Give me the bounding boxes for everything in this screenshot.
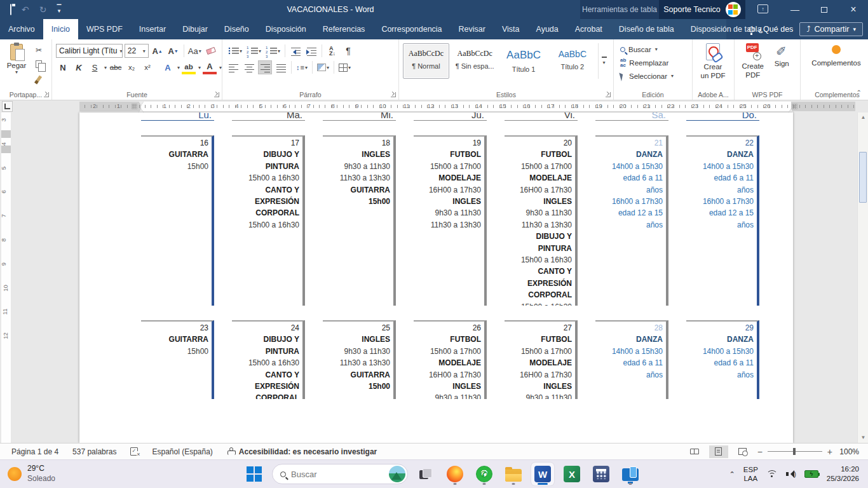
- zoom-out-button[interactable]: −: [757, 447, 763, 456]
- clear-formatting-button[interactable]: [204, 44, 218, 58]
- align-left-button[interactable]: [226, 60, 240, 74]
- language-indicator[interactable]: Español (España): [145, 447, 219, 456]
- calendar-day-cell[interactable]: 24DIBUJO Y PINTURA15h00 a 16h30CANTO YEX…: [232, 320, 305, 399]
- tell-me-button[interactable]: ¿Qué des: [749, 25, 793, 34]
- undo-icon[interactable]: ↶: [22, 5, 29, 14]
- tab-archivo[interactable]: Archivo: [0, 19, 43, 39]
- justify-button[interactable]: [274, 60, 288, 74]
- horizontal-ruler[interactable]: 2112345678910111213141516171819202122232…: [79, 102, 855, 111]
- text-highlight-button[interactable]: ab: [182, 60, 196, 74]
- vertical-ruler[interactable]: 3456789101112: [1, 112, 11, 443]
- zoom-slider[interactable]: [768, 451, 822, 452]
- font-name-combo[interactable]: Calibri Light (Títu ▾: [56, 44, 123, 58]
- calendar-day-cell[interactable]: 25INGLES9h30 a 11h3011h30 a 13h30GUITARR…: [323, 320, 396, 399]
- file-explorer-app[interactable]: [502, 463, 525, 485]
- zoom-slider-thumb[interactable]: [793, 448, 796, 455]
- whatsapp-app[interactable]: ✆: [473, 463, 496, 485]
- increase-indent-button[interactable]: [304, 44, 318, 58]
- volume-icon[interactable]: ): [786, 470, 796, 478]
- calendar-day-cell[interactable]: 18INGLES9h30 a 11h3011h30 a 13h30GUITARR…: [323, 135, 396, 306]
- accessibility-status[interactable]: Accesibilidad: es necesario investigar: [220, 447, 384, 456]
- multilevel-list-button[interactable]: ▾: [264, 44, 281, 58]
- cut-button[interactable]: ✂: [32, 44, 46, 57]
- tab-diseno[interactable]: Diseño: [216, 19, 257, 39]
- calendar-day-cell[interactable]: 17DIBUJO Y PINTURA15h00 a 16h30CANTO YEX…: [232, 135, 305, 306]
- copy-button[interactable]: [32, 58, 46, 71]
- styles-dialog-launcher-icon[interactable]: [606, 92, 611, 97]
- font-color-button[interactable]: A: [203, 60, 217, 74]
- scroll-up-icon[interactable]: ▲: [858, 112, 868, 123]
- format-painter-button[interactable]: [32, 72, 46, 85]
- close-button[interactable]: ×: [839, 0, 868, 19]
- minimize-button[interactable]: —: [780, 0, 810, 19]
- bullet-list-button[interactable]: ▾: [226, 44, 243, 58]
- align-center-button[interactable]: [242, 60, 256, 74]
- style-titulo-1[interactable]: AaBbC Título 1: [501, 43, 547, 79]
- borders-button[interactable]: ▾: [337, 60, 352, 74]
- tab-wps-pdf[interactable]: WPS PDF: [78, 19, 131, 39]
- paste-button[interactable]: Pegar ▾: [4, 43, 29, 88]
- restore-button[interactable]: [810, 0, 839, 19]
- change-case-button[interactable]: Aa▾: [187, 44, 202, 58]
- collapse-ribbon-icon[interactable]: ⌃: [857, 89, 862, 96]
- taskbar-search[interactable]: [272, 464, 408, 484]
- print-layout-button[interactable]: [709, 445, 728, 458]
- select-button[interactable]: Seleccionar ▾: [620, 69, 688, 83]
- excel-app[interactable]: X: [560, 463, 583, 485]
- share-button[interactable]: ⤴ Compartir ▾: [799, 22, 863, 36]
- scrollbar-thumb[interactable]: [859, 152, 867, 203]
- superscript-button[interactable]: x²: [140, 60, 154, 74]
- bold-button[interactable]: N: [56, 60, 70, 74]
- chevron-down-icon[interactable]: ▾: [177, 65, 180, 71]
- calendar-day-cell[interactable]: 23GUITARRA15h00: [141, 320, 214, 399]
- sign-pdf-button[interactable]: ✎ Sign: [768, 43, 797, 88]
- zoom-level[interactable]: 100%: [837, 447, 859, 456]
- start-button[interactable]: [243, 463, 266, 485]
- scroll-down-icon[interactable]: ▼: [858, 433, 868, 443]
- tab-insertar[interactable]: Insertar: [131, 19, 174, 39]
- styles-gallery-more-button[interactable]: ▾: [598, 43, 609, 79]
- chevron-down-icon[interactable]: ▾: [219, 65, 222, 71]
- tab-vista[interactable]: Vista: [494, 19, 528, 39]
- phone-link-app[interactable]: [619, 463, 642, 485]
- battery-icon[interactable]: ϟ: [804, 470, 818, 478]
- decrease-indent-button[interactable]: [288, 44, 302, 58]
- weather-widget[interactable]: 29°C Soleado: [0, 464, 127, 484]
- create-pdf-wps-button[interactable]: PDF + CreatePDF: [738, 43, 768, 88]
- tab-dibujar[interactable]: Dibujar: [174, 19, 216, 39]
- italic-button[interactable]: K: [72, 60, 86, 74]
- tab-revisar[interactable]: Revisar: [451, 19, 494, 39]
- strikethrough-button[interactable]: abc: [109, 60, 123, 74]
- tab-diseno-de-tabla[interactable]: Diseño de tabla: [611, 19, 682, 39]
- replace-button[interactable]: abac Reemplazar: [620, 56, 688, 69]
- language-switcher[interactable]: ESP LAA: [743, 465, 758, 484]
- sort-button[interactable]: AZ↓: [325, 44, 339, 58]
- calendar-day-cell[interactable]: 29DANZA14h00 a 15h30edad 6 a 11años: [686, 320, 759, 399]
- customize-qat-icon[interactable]: ▔▾: [57, 6, 61, 13]
- clipboard-dialog-launcher-icon[interactable]: [44, 92, 49, 97]
- find-button[interactable]: Buscar ▾: [620, 43, 688, 56]
- line-spacing-button[interactable]: ↕≡▾: [295, 60, 309, 74]
- calendar-day-cell[interactable]: 27FUTBOL15h00 a 17h00MODELAJE16H00 a 17h…: [505, 320, 578, 399]
- tab-correspondencia[interactable]: Correspondencia: [373, 19, 450, 39]
- zoom-in-button[interactable]: +: [827, 447, 832, 456]
- table-column-marker-icon[interactable]: [132, 104, 137, 109]
- save-icon[interactable]: [10, 5, 11, 14]
- tab-selector-icon[interactable]: [2, 101, 13, 112]
- create-pdf-adobe-button[interactable]: Crearun PDF: [696, 43, 729, 81]
- calendar-day-cell[interactable]: 22DANZA14h00 a 15h30edad 6 a 11años16h00…: [686, 135, 759, 306]
- font-dialog-launcher-icon[interactable]: [214, 92, 219, 97]
- redo-icon[interactable]: ↻: [39, 5, 47, 14]
- proofing-status[interactable]: [123, 447, 145, 456]
- addins-button[interactable]: Complementos: [804, 45, 868, 67]
- calendar-day-cell[interactable]: 28DANZA14h00 a 15h30edad 6 a 11años: [595, 320, 668, 399]
- chevron-down-icon[interactable]: ▾: [198, 65, 201, 71]
- subscript-button[interactable]: x₂: [125, 60, 139, 74]
- search-input[interactable]: [291, 470, 384, 479]
- show-formatting-marks-button[interactable]: ¶: [341, 44, 355, 58]
- calendar-day-cell[interactable]: 20FUTBOL15h00 a 17h00MODELAJE16H00 a 17h…: [505, 135, 578, 306]
- account-button[interactable]: Soporte Tecnico: [659, 0, 745, 19]
- style-titulo-2[interactable]: AaBbC Título 2: [549, 43, 595, 79]
- grow-font-button[interactable]: A▲: [151, 44, 165, 58]
- calendar-day-cell[interactable]: 26FUTBOL15h00 a 17h00MODELAJE16H00 a 17h…: [414, 320, 487, 399]
